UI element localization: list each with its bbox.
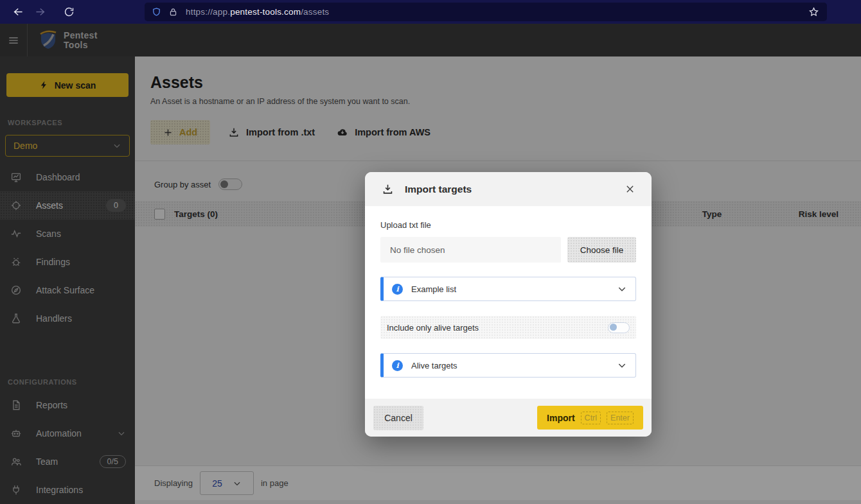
cancel-button[interactable]: Cancel — [373, 406, 423, 430]
include-alive-targets-row: Include only alive targets — [380, 316, 636, 339]
alive-targets-label: Alive targets — [411, 361, 457, 370]
include-alive-targets-toggle[interactable] — [608, 322, 630, 333]
file-upload-row: No file chosen Choose file — [380, 237, 636, 263]
browser-chrome: https://app.pentest-tools.com/assets — [0, 0, 861, 24]
include-alive-targets-label: Include only alive targets — [387, 323, 479, 333]
example-list-accordion[interactable]: i Example list — [380, 277, 636, 301]
modal-close-button[interactable] — [623, 182, 637, 196]
chevron-down-icon — [617, 360, 627, 370]
example-list-label: Example list — [411, 284, 456, 294]
choose-file-button[interactable]: Choose file — [567, 237, 636, 263]
lock-icon[interactable] — [168, 7, 178, 17]
back-arrow-icon — [12, 6, 23, 17]
file-name-field: No file chosen — [380, 237, 561, 263]
url-text: https://app.pentest-tools.com/assets — [186, 7, 329, 17]
browser-forward-button[interactable] — [31, 3, 50, 22]
reload-icon — [64, 6, 75, 17]
info-icon: i — [392, 360, 403, 371]
bookmark-star-icon[interactable] — [808, 6, 819, 17]
info-icon: i — [392, 284, 403, 295]
close-icon — [625, 184, 635, 194]
modal-title: Import targets — [405, 184, 472, 195]
browser-back-button[interactable] — [8, 3, 27, 22]
tracking-protection-shield-icon[interactable] — [152, 7, 161, 17]
ctrl-key-hint: Ctrl — [581, 412, 601, 424]
alive-targets-accordion[interactable]: i Alive targets — [380, 353, 636, 378]
chevron-down-icon — [617, 284, 627, 294]
upload-txt-file-label: Upload txt file — [380, 220, 636, 230]
import-targets-modal: Import targets Upload txt file No file c… — [365, 172, 652, 437]
url-bar[interactable]: https://app.pentest-tools.com/assets — [145, 3, 827, 21]
forward-arrow-icon — [35, 6, 46, 17]
import-download-icon — [382, 183, 394, 195]
enter-key-hint: Enter — [607, 412, 634, 424]
browser-reload-button[interactable] — [59, 3, 78, 22]
modal-header: Import targets — [365, 172, 652, 206]
modal-body: Upload txt file No file chosen Choose fi… — [365, 206, 652, 378]
import-button[interactable]: Import Ctrl Enter — [537, 406, 643, 430]
modal-footer: Cancel Import Ctrl Enter — [365, 399, 652, 437]
